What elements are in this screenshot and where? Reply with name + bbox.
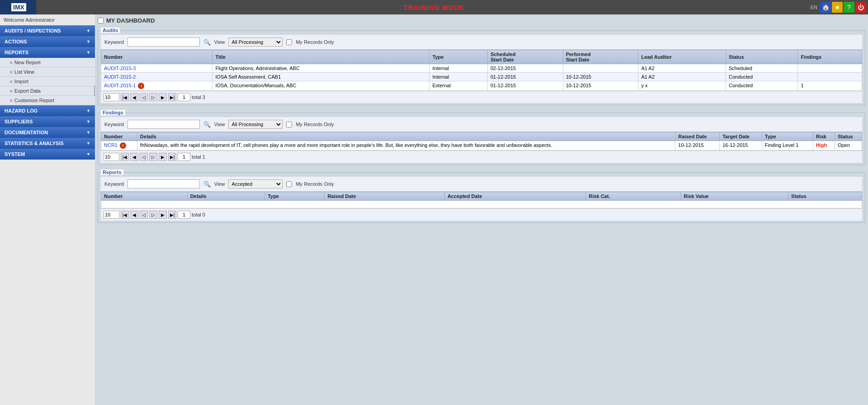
audits-total: total 3 [192, 94, 205, 100]
audits-last-page-button[interactable]: ▶| [168, 93, 176, 101]
sidebar-item-label: SUPPLIERS [5, 119, 33, 124]
logo-text: IMX [11, 3, 26, 11]
findings-my-records-checkbox[interactable] [286, 122, 292, 127]
reports-prev-page-button[interactable]: ◀ [130, 211, 138, 219]
audits-page-number[interactable] [178, 93, 190, 101]
favorites-button[interactable]: ★ [832, 2, 843, 13]
findings-my-records-label: My Records Only [296, 122, 334, 127]
reports-page-number[interactable] [178, 211, 190, 219]
reports-my-records-checkbox[interactable] [286, 181, 292, 187]
reports-view-label: View [214, 181, 225, 187]
audits-keyword-input[interactable] [127, 38, 200, 47]
sidebar-item-reports[interactable]: REPORTS ▼ [0, 47, 95, 58]
reports-last-page-button[interactable]: ▶| [168, 211, 176, 219]
findings-page-size[interactable] [104, 153, 119, 161]
home-button[interactable]: 🏠 [820, 2, 831, 13]
sidebar-item-audits[interactable]: AUDITS / INSPECTIONS ▼ [0, 25, 95, 36]
audit-title: IOSA, Documentation/Manuals, ABC [212, 81, 429, 91]
audit-sched-start: 02-12-2015 [487, 64, 563, 73]
audits-section: Audits Keyword 🔍 View All Processing My … [98, 28, 865, 105]
reports-first-page-button[interactable]: |◀ [121, 211, 129, 219]
sidebar-item-actions[interactable]: ACTIONS ▼ [0, 36, 95, 47]
help-button[interactable]: ? [844, 2, 854, 13]
sidebar-sub-label: List View [14, 69, 34, 75]
audit-perf-start: 10-12-2015 [563, 73, 638, 81]
sidebar-item-hazard[interactable]: HAZARD LOG ▼ [0, 105, 95, 116]
reports-next-page-button[interactable]: ▶ [159, 211, 167, 219]
audit-perf-start [563, 64, 638, 73]
audits-col-number: Number [101, 50, 212, 64]
collapse-sidebar-button[interactable]: ◀ [94, 85, 95, 96]
table-row [101, 201, 862, 208]
finding-risk: High [813, 141, 835, 151]
reports-search-button[interactable]: 🔍 [203, 181, 211, 188]
reports-page-size[interactable] [104, 211, 119, 219]
audit-lead: y x [638, 81, 726, 91]
audits-my-records-checkbox[interactable] [286, 39, 292, 45]
sidebar-item-label: AUDITS / INSPECTIONS [5, 28, 61, 33]
audits-page-size[interactable] [104, 93, 119, 101]
sidebar-item-import[interactable]: Import [0, 77, 95, 86]
sidebar-sub-label: Import [14, 79, 28, 84]
chevron-icon: ▼ [86, 28, 90, 33]
findings-col-number: Number [101, 132, 137, 141]
findings-col-risk: Risk [813, 132, 835, 141]
findings-keyword-input[interactable] [127, 120, 200, 129]
sidebar-item-new-report[interactable]: New Report [0, 58, 95, 67]
audit-link[interactable]: AUDIT-2015-2 [104, 74, 136, 80]
welcome-text: Welcome Administrator [0, 14, 95, 25]
audits-next-page-button2[interactable]: ▷ [149, 93, 157, 101]
reports-col-risk-cat: Risk Cat. [586, 192, 681, 201]
audit-sched-start: 01-12-2015 [487, 73, 563, 81]
audits-prev-page-button2[interactable]: ◁ [140, 93, 148, 101]
audits-search-button[interactable]: 🔍 [203, 39, 211, 46]
reports-keyword-input[interactable] [127, 179, 200, 188]
sidebar-item-documentation[interactable]: DOCUMENTATION ▼ [0, 127, 95, 138]
main-content: MY DASHBOARD Audits Keyword 🔍 View All P… [95, 14, 868, 405]
reports-pagination: |◀ ◀ ◁ ▷ ▶ ▶| total 0 [101, 208, 862, 221]
reports-prev-page-button2[interactable]: ◁ [140, 211, 148, 219]
audit-link[interactable]: AUDIT-2015-3 [104, 66, 136, 71]
reports-next-page-button2[interactable]: ▷ [149, 211, 157, 219]
reports-total: total 0 [192, 212, 205, 217]
audits-next-page-button[interactable]: ▶ [159, 93, 167, 101]
audit-type: Internal [429, 64, 487, 73]
findings-search-button[interactable]: 🔍 [203, 121, 211, 128]
audits-col-type: Type [429, 50, 487, 64]
audits-first-page-button[interactable]: |◀ [121, 93, 129, 101]
audit-status: Conducted [726, 81, 798, 91]
chevron-icon: ▼ [86, 130, 90, 135]
findings-next-page-button2[interactable]: ▷ [149, 153, 157, 161]
logout-button[interactable]: ⏻ [855, 2, 866, 13]
findings-last-page-button[interactable]: ▶| [168, 153, 176, 161]
sidebar-sub-label: Customize Report [14, 98, 54, 103]
dashboard-checkbox[interactable] [98, 18, 104, 24]
reports-col-details: Details [187, 192, 264, 201]
audit-lead: A1 A2 [638, 73, 726, 81]
reports-view-select[interactable]: Accepted [228, 179, 283, 188]
findings-view-select[interactable]: All Processing [228, 120, 283, 129]
findings-prev-page-button[interactable]: ◀ [130, 153, 138, 161]
sidebar-item-customize-report[interactable]: Customize Report [0, 96, 95, 105]
sidebar-item-statistics[interactable]: STATISTICS & ANALYSIS ▼ [0, 138, 95, 149]
sidebar-item-list-view[interactable]: List View [0, 67, 95, 77]
audit-link[interactable]: AUDIT-2015-1 [104, 83, 136, 88]
audit-perf-start: 10-12-2015 [563, 81, 638, 91]
findings-filter-row: Keyword 🔍 View All Processing My Records… [101, 117, 862, 132]
audit-status: Scheduled [726, 64, 798, 73]
audits-prev-page-button[interactable]: ◀ [130, 93, 138, 101]
findings-next-page-button[interactable]: ▶ [159, 153, 167, 161]
sidebar-item-export-data[interactable]: Export Data ◀ [0, 86, 95, 96]
sidebar-item-label: REPORTS [5, 50, 28, 55]
findings-prev-page-button2[interactable]: ◁ [140, 153, 148, 161]
sidebar-item-system[interactable]: SYSTEM ▼ [0, 149, 95, 160]
findings-page-number[interactable] [178, 153, 190, 161]
dashboard-header: MY DASHBOARD [98, 17, 865, 24]
reports-section: Reports Keyword 🔍 View Accepted My Recor… [98, 170, 865, 223]
findings-first-page-button[interactable]: |◀ [121, 153, 129, 161]
audits-legend: Audits [101, 28, 120, 33]
sidebar-item-suppliers[interactable]: SUPPLIERS ▼ [0, 116, 95, 127]
finding-target: 16-12-2015 [720, 141, 762, 151]
audits-view-select[interactable]: All Processing [228, 38, 283, 47]
finding-link[interactable]: NCR1 [104, 142, 118, 148]
